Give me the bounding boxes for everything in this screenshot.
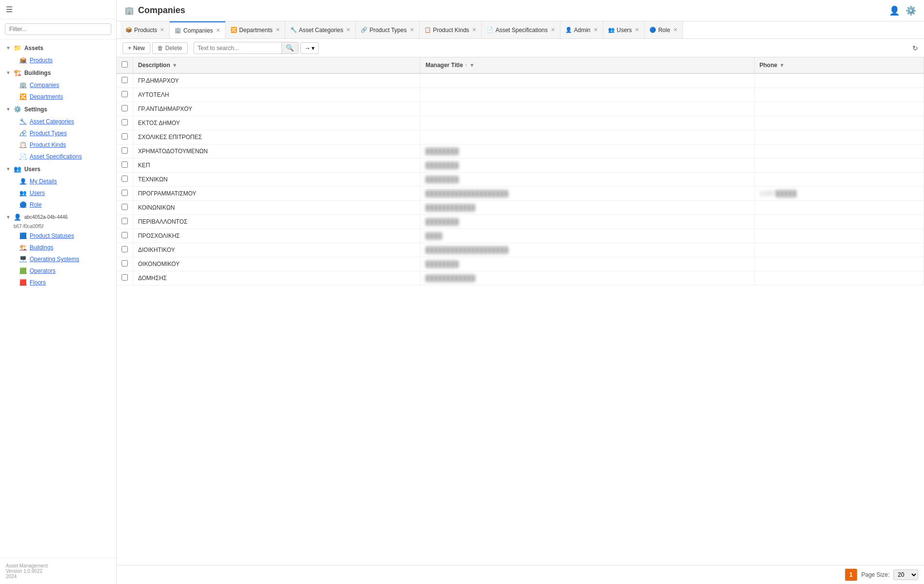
table-row[interactable]: ΑΥΤΟΤΕΛΗ <box>117 88 924 102</box>
row-checkbox-11[interactable] <box>122 232 128 238</box>
tab-close-role[interactable]: ✕ <box>673 27 678 33</box>
table-row[interactable]: ΓΡ.ΑΝΤΙΔΗΜΑΡΧΟΥ <box>117 102 924 116</box>
sidebar-item-role[interactable]: 🔵 Role <box>0 199 116 211</box>
tab-asset_specifications[interactable]: 📄 Asset Specifications ✕ <box>482 21 560 39</box>
tab-close-departments[interactable]: ✕ <box>276 27 280 33</box>
tab-product_kinds[interactable]: 📋 Product Kinds ✕ <box>419 21 482 39</box>
tab-companies[interactable]: 🏢 Companies ✕ <box>170 21 226 39</box>
operators-icon: 🟩 <box>19 267 27 274</box>
tab-role[interactable]: 🔵 Role ✕ <box>645 21 683 39</box>
tab-close-product_kinds[interactable]: ✕ <box>472 27 476 33</box>
th-phone: Phone ▼ <box>754 57 924 73</box>
row-checkbox-2[interactable] <box>122 105 128 111</box>
tab-admin[interactable]: 👤 Admin ✕ <box>560 21 603 39</box>
table-row[interactable]: ΧΡΗΜΑΤΟΔΟΤΟΥΜΕΝΩΝ ████████ <box>117 144 924 159</box>
table-row[interactable]: ΕΚΤΟΣ ΔΗΜΟΥ <box>117 116 924 130</box>
tab-users[interactable]: 👥 Users ✕ <box>603 21 645 39</box>
table-row[interactable]: ΔΙΟΙΚΗΤΙΚΟΥ ████████████████████ <box>117 243 924 257</box>
row-checkbox-14[interactable] <box>122 274 128 281</box>
table-row[interactable]: ΠΕΡΙΒΑΛΛΟΝΤΟΣ ████████ <box>117 215 924 229</box>
tab-icon-product_types: 🔗 <box>361 27 367 33</box>
new-button[interactable]: + New <box>122 42 150 54</box>
description-cell-value: ΠΕΡΙΒΑΛΛΟΝΤΟΣ <box>138 218 188 225</box>
select-all-checkbox[interactable] <box>122 61 128 68</box>
users-group-header[interactable]: ▼ 👥 Users <box>0 162 116 176</box>
row-checkbox-13[interactable] <box>122 260 128 266</box>
main-content: 🏢 Companies 👤 ⚙️ 📦 Products ✕ 🏢 Companie… <box>117 0 924 584</box>
sidebar-filter-input[interactable] <box>5 23 111 35</box>
row-checkbox-7[interactable] <box>122 176 128 182</box>
row-checkbox-6[interactable] <box>122 161 128 168</box>
settings-group-header[interactable]: ▼ ⚙️ Settings <box>0 103 116 116</box>
export-button[interactable]: → ▾ <box>300 42 319 54</box>
buildings-group-header[interactable]: ▼ 🏗️ Buildings <box>0 66 116 79</box>
operators-label: Operators <box>30 267 55 274</box>
assets-group-header[interactable]: ▼ 📁 Assets <box>0 41 116 54</box>
delete-button[interactable]: 🗑 Delete <box>152 42 188 54</box>
sidebar-item-users[interactable]: 👥 Users <box>0 187 116 199</box>
manager-cell: ████████ <box>420 144 754 159</box>
tab-close-asset_categories[interactable]: ✕ <box>346 27 350 33</box>
tab-products[interactable]: 📦 Products ✕ <box>121 21 170 39</box>
sidebar-item-asset-specifications[interactable]: 📄 Asset Specifications <box>0 151 116 162</box>
row-checkbox-10[interactable] <box>122 218 128 224</box>
table-row[interactable]: ΓΡ.ΔΗΜΑΡΧΟΥ <box>117 73 924 88</box>
description-filter-icon[interactable]: ▼ <box>172 62 177 68</box>
tab-close-product_types[interactable]: ✕ <box>410 27 414 33</box>
table-row[interactable]: ΚΕΠ ████████ <box>117 159 924 173</box>
sidebar-item-floors[interactable]: 🟥 Floors <box>0 277 116 288</box>
page-size-select[interactable]: 20 50 100 <box>893 569 918 580</box>
row-checkbox-0[interactable] <box>122 77 128 83</box>
table-row[interactable]: ΠΡΟΓΡΑΜΜΑΤΙΣΜΟΥ ████████████████████ 210… <box>117 187 924 201</box>
sidebar-item-buildings-sub[interactable]: 🏗️ Buildings <box>0 242 116 253</box>
phone-filter-icon[interactable]: ▼ <box>779 62 785 68</box>
tab-close-products[interactable]: ✕ <box>160 27 164 33</box>
table-row[interactable]: ΠΡΟΣΧΟΛΙΚΗΣ ████ <box>117 229 924 243</box>
table-row[interactable]: ΣΧΟΛΙΚΕΣ ΕΠΙΤΡΟΠΕΣ <box>117 130 924 144</box>
tab-close-admin[interactable]: ✕ <box>593 27 598 33</box>
tab-asset_categories[interactable]: 🔧 Asset Categories ✕ <box>285 21 356 39</box>
refresh-button[interactable]: ↻ <box>912 44 918 52</box>
tab-close-asset_specifications[interactable]: ✕ <box>551 27 555 33</box>
settings-icon[interactable]: ⚙️ <box>906 5 916 16</box>
table-row[interactable]: ΚΟΙΝΩΝΙΚΩΝ ████████████ <box>117 201 924 215</box>
user-avatar-icon[interactable]: 👤 <box>889 5 900 16</box>
row-checkbox-4[interactable] <box>122 133 128 140</box>
tab-product_types[interactable]: 🔗 Product Types ✕ <box>356 21 419 39</box>
sidebar-item-operating-systems[interactable]: 🖥️ Operating Systems <box>0 253 116 265</box>
sidebar-item-products[interactable]: 📦 Products <box>0 54 116 66</box>
page-1-button[interactable]: 1 <box>845 568 857 581</box>
sidebar-item-operators[interactable]: 🟩 Operators <box>0 265 116 277</box>
table-row[interactable]: ΤΕΧΝΙΚΩΝ ████████ <box>117 173 924 187</box>
settings-gear-icon: ⚙️ <box>14 106 21 113</box>
row-checkbox-5[interactable] <box>122 147 128 154</box>
manager-title-col-label: Manager Title <box>425 62 463 69</box>
row-checkbox-12[interactable] <box>122 246 128 252</box>
sidebar-item-product-statuses[interactable]: 🟦 Product Statuses <box>0 230 116 242</box>
user-group-header[interactable]: ▼ 👤 abc4052a-04b-4446 <box>0 211 116 224</box>
sidebar-item-my-details[interactable]: 👤 My Details <box>0 176 116 187</box>
row-checkbox-8[interactable] <box>122 190 128 196</box>
sidebar-nav: ▼ 📁 Assets 📦 Products ▼ 🏗️ Buildings 🏢 <box>0 39 116 558</box>
row-checkbox-cell <box>117 173 133 187</box>
manager-sort-icon[interactable]: ↑ <box>465 63 468 68</box>
sidebar-item-companies[interactable]: 🏢 Companies <box>0 79 116 91</box>
tab-icon-companies: 🏢 <box>174 27 181 34</box>
table-row[interactable]: ΔΟΜΗΣΗΣ ████████████ <box>117 271 924 285</box>
sidebar-item-product-types[interactable]: 🔗 Product Types <box>0 127 116 139</box>
tab-close-companies[interactable]: ✕ <box>216 27 220 34</box>
sidebar-item-product-kinds[interactable]: 📋 Product Kinds <box>0 139 116 151</box>
tab-close-users[interactable]: ✕ <box>635 27 639 33</box>
sidebar-item-asset-categories[interactable]: 🔧 Asset Categories <box>0 116 116 127</box>
delete-label: Delete <box>165 45 182 52</box>
row-checkbox-1[interactable] <box>122 91 128 97</box>
hamburger-icon[interactable]: ☰ <box>6 5 13 14</box>
search-button[interactable]: 🔍 <box>281 42 298 53</box>
search-input[interactable] <box>194 43 281 53</box>
table-row[interactable]: ΟΙΚΟΝΟΜΙΚΟΥ ████████ <box>117 257 924 271</box>
tab-departments[interactable]: 🔀 Departments ✕ <box>226 21 285 39</box>
manager-filter-icon[interactable]: ▼ <box>470 62 475 68</box>
row-checkbox-9[interactable] <box>122 204 128 210</box>
row-checkbox-3[interactable] <box>122 119 128 125</box>
sidebar-item-departments[interactable]: 🔀 Departments <box>0 91 116 103</box>
